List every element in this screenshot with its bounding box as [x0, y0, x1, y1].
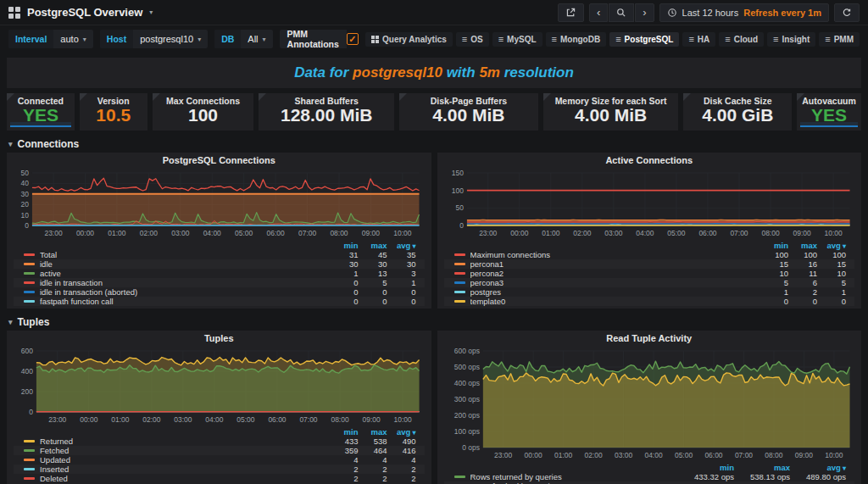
time-range-button[interactable]: Last 12 hours Refresh every 1m: [659, 3, 829, 22]
section-header-tuples[interactable]: ▾Tuples: [0, 314, 868, 331]
panel-info-corner-icon[interactable]: [80, 93, 87, 101]
legend-sort-avg[interactable]: avg ▾: [817, 241, 846, 250]
series-name[interactable]: active: [40, 269, 330, 278]
var-value-host[interactable]: postgresql10▾: [133, 30, 208, 48]
refresh-button[interactable]: [834, 3, 860, 22]
series-max: 13: [359, 269, 387, 278]
nav-link-query-analytics[interactable]: Query Analytics: [365, 32, 453, 47]
nav-link-label: Cloud: [734, 35, 758, 44]
nav-link-insight[interactable]: ≡Insight: [767, 32, 815, 47]
series-name[interactable]: idle in transaction: [40, 278, 330, 287]
var-value-interval[interactable]: auto▾: [53, 30, 92, 48]
series-max: 464: [359, 446, 387, 455]
legend-sort-avg[interactable]: avg ▾: [387, 241, 416, 250]
panel-title[interactable]: PostgreSQL Connections: [14, 155, 425, 168]
series-name[interactable]: idle: [40, 259, 330, 269]
section-header-connections[interactable]: ▾Connections: [0, 136, 868, 153]
legend-row-postgres: postgres121: [444, 287, 855, 297]
legend-row-idle-in-transaction-aborted: idle in transaction (aborted)000: [14, 287, 425, 297]
share-button[interactable]: [558, 3, 584, 22]
chart-postgresql-connections[interactable]: 0102030405023:0000:0001:0002:0003:0004:0…: [14, 168, 425, 239]
x-tick-label: 04:00: [203, 229, 221, 237]
series-name[interactable]: percona3: [470, 278, 760, 287]
legend: minmaxavg ▾Total314535idle303030active11…: [14, 241, 425, 306]
series-name[interactable]: Returned: [40, 437, 330, 446]
series-name[interactable]: template0: [470, 297, 760, 306]
y-tick-label: 30: [21, 190, 30, 198]
series-avg: 0: [817, 297, 846, 306]
x-tick-label: 03:00: [174, 415, 192, 424]
series-name[interactable]: Maximum connections: [470, 250, 760, 259]
chart-read-tuple-activity[interactable]: 0 ops100 ops200 ops300 ops400 ops500 ops…: [444, 346, 855, 461]
y-tick-label: 50: [21, 169, 30, 177]
series-name[interactable]: Fetched: [40, 446, 330, 455]
time-back-button[interactable]: ‹: [589, 3, 608, 22]
chart-tuples[interactable]: 020040060023:0000:0001:0002:0003:0004:00…: [14, 346, 425, 426]
x-tick-label: 07:00: [298, 229, 316, 237]
series-color-dash: [24, 281, 35, 284]
y-tick-label: 100: [451, 186, 463, 195]
series-name[interactable]: Inserted: [40, 465, 330, 474]
series-max: 2: [359, 465, 387, 474]
y-tick-label: 40: [21, 179, 30, 187]
panel-info-corner-icon[interactable]: [399, 93, 407, 101]
nav-link-postgresql[interactable]: ≡PostgreSQL: [609, 32, 679, 47]
series-max: 2: [788, 287, 817, 297]
pmm-annotations-checkbox[interactable]: ✓: [347, 30, 359, 48]
legend-sort-min[interactable]: min: [678, 463, 734, 472]
series-name[interactable]: Deleted: [40, 474, 330, 483]
stat-panel-shared-buffers: Shared Buffers128.00 MiB: [259, 93, 394, 131]
x-tick-label: 04:00: [205, 415, 223, 424]
legend-sort-min[interactable]: min: [330, 241, 359, 250]
legend-sort-avg[interactable]: avg ▾: [790, 463, 846, 472]
panel-title[interactable]: Tuples: [14, 333, 425, 346]
menu-icon: ≡: [773, 35, 778, 44]
panel-info-corner-icon[interactable]: [259, 93, 266, 101]
nav-link-mongodb[interactable]: ≡MongoDB: [546, 32, 607, 47]
series-name[interactable]: percona2: [470, 269, 760, 278]
legend-sort-max[interactable]: max: [788, 241, 817, 250]
panel-title[interactable]: Read Tuple Activity: [444, 333, 855, 346]
series-name[interactable]: percona1: [470, 259, 760, 269]
banner-text-part: with: [442, 64, 479, 81]
panel-info-corner-icon[interactable]: [683, 93, 691, 101]
x-tick-label: 02:00: [142, 415, 160, 424]
title-caret-icon[interactable]: ▾: [149, 8, 153, 16]
y-tick-label: 0: [29, 408, 33, 416]
series-name[interactable]: Rows returned by queries: [470, 472, 679, 481]
panel-info-corner-icon[interactable]: [797, 93, 804, 101]
panel-info-corner-icon[interactable]: [543, 93, 551, 101]
series-name[interactable]: fastpath function call: [40, 297, 330, 306]
collapse-chevron-icon: ▾: [8, 140, 13, 148]
nav-link-ha[interactable]: ≡HA: [682, 32, 715, 47]
panel-info-corner-icon[interactable]: [153, 93, 160, 101]
dashboard-title[interactable]: PostgreSQL Overview: [27, 6, 142, 19]
stat-panel-memory-size-for-each-sort: Memory Size for each Sort4.00 MiB: [543, 93, 679, 131]
nav-link-os[interactable]: ≡OS: [456, 32, 489, 47]
legend-sort-avg[interactable]: avg ▾: [387, 427, 416, 437]
panel-row: PostgreSQL Connections0102030405023:0000…: [7, 153, 861, 309]
x-tick-label: 00:00: [80, 415, 97, 424]
panel-title[interactable]: Active Connections: [444, 155, 855, 168]
chart-active-connections[interactable]: 05010015023:0000:0001:0002:0003:0004:000…: [444, 168, 855, 239]
series-name[interactable]: postgres: [470, 287, 760, 297]
var-value-db[interactable]: All▾: [241, 30, 272, 48]
banner-text-part: resolution: [500, 64, 574, 81]
time-forward-button[interactable]: ›: [635, 3, 654, 22]
legend-sort-max[interactable]: max: [359, 427, 387, 437]
series-name[interactable]: Total: [40, 250, 330, 259]
nav-link-label: MongoDB: [560, 35, 600, 44]
nav-link-cloud[interactable]: ≡Cloud: [719, 32, 764, 47]
series-name[interactable]: idle in transaction (aborted): [40, 287, 330, 297]
panel-info-corner-icon[interactable]: [7, 93, 14, 101]
nav-link-mysql[interactable]: ≡MySQL: [492, 32, 542, 47]
nav-link-pmm[interactable]: ≡PMM: [819, 32, 860, 47]
zoom-out-button[interactable]: [609, 3, 634, 22]
legend-sort-max[interactable]: max: [734, 463, 790, 472]
series-name[interactable]: Updated: [40, 455, 330, 465]
stat-value: 10.5: [96, 106, 131, 125]
legend-sort-max[interactable]: max: [359, 241, 387, 250]
legend-sort-min[interactable]: min: [760, 241, 788, 250]
series-avg: 489.80 ops: [790, 472, 846, 481]
legend-sort-min[interactable]: min: [330, 427, 359, 437]
